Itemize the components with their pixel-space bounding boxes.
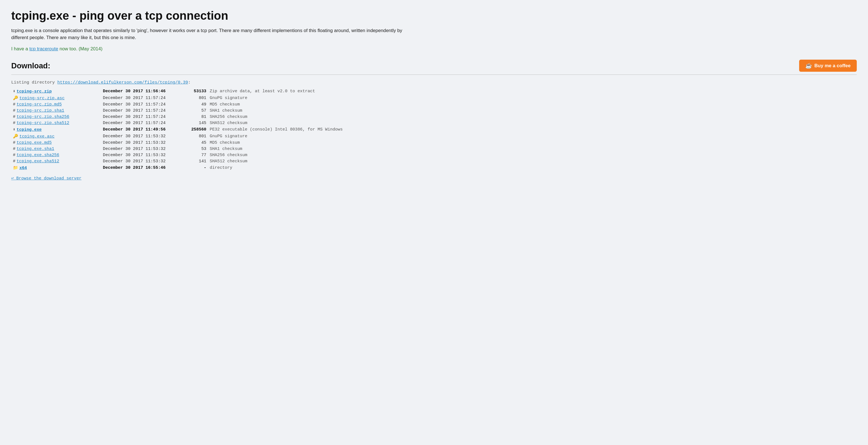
file-date-cell: December 30 2017 11:49:56	[101, 126, 180, 133]
file-name-cell: 📁x64	[11, 164, 101, 171]
download-header: Download: ☕ Buy me a coffee	[11, 60, 857, 75]
file-desc-cell: Zip archive data, at least v2.0 to extra…	[208, 88, 857, 94]
browse-server-label: Browse the download server	[16, 176, 82, 181]
file-date-cell: December 30 2017 11:57:24	[101, 94, 180, 101]
coffee-btn-label: Buy me a coffee	[814, 63, 850, 69]
file-size-cell: 45	[180, 140, 208, 146]
file-name-cell: 🔑tcping.exe.asc	[11, 133, 101, 140]
file-name-cell: #tcping.exe.sha512	[11, 158, 101, 164]
file-name-cell: #tcping-src.zip.sha256	[11, 114, 101, 120]
hash-icon: #	[13, 121, 16, 125]
listing-dir-suffix: :	[188, 80, 191, 85]
file-size-cell: 801	[180, 94, 208, 101]
traceroute-line: I have a tcp traceroute now too. (May 20…	[11, 46, 857, 52]
table-row: 🔑tcping-src.zip.asc December 30 2017 11:…	[11, 94, 857, 101]
file-listing-table: ⬇tcping-src.zip December 30 2017 11:56:4…	[11, 88, 857, 171]
file-date-cell: December 30 2017 11:57:24	[101, 101, 180, 108]
file-link[interactable]: tcping.exe.sha256	[17, 153, 59, 157]
file-link[interactable]: tcping-src.zip	[17, 89, 52, 94]
file-link[interactable]: x64	[20, 166, 27, 170]
file-date-cell: December 30 2017 11:53:32	[101, 158, 180, 164]
file-size-cell: 49	[180, 101, 208, 108]
file-desc-cell: MD5 checksum	[208, 101, 857, 108]
table-row: #tcping-src.zip.sha1 December 30 2017 11…	[11, 108, 857, 114]
file-size-cell: 53133	[180, 88, 208, 94]
traceroute-text-before: I have a	[11, 46, 29, 52]
file-name-cell: ⬇tcping-src.zip	[11, 88, 101, 94]
file-link[interactable]: tcping-src.zip.asc	[20, 96, 65, 100]
file-desc-cell: MD5 checksum	[208, 140, 857, 146]
file-name-cell: #tcping.exe.md5	[11, 140, 101, 146]
table-row: #tcping-src.zip.sha256 December 30 2017 …	[11, 114, 857, 120]
file-date-cell: December 30 2017 11:57:24	[101, 114, 180, 120]
hash-icon: #	[13, 140, 16, 145]
back-arrow-icon: ↩	[11, 176, 14, 181]
table-row: 🔑tcping.exe.asc December 30 2017 11:53:3…	[11, 133, 857, 140]
table-row: #tcping-src.zip.sha512 December 30 2017 …	[11, 120, 857, 126]
table-row: #tcping-src.zip.md5 December 30 2017 11:…	[11, 101, 857, 108]
file-name-cell: #tcping.exe.sha1	[11, 146, 101, 152]
file-desc-cell: SHA1 checksum	[208, 146, 857, 152]
folder-icon: 📁	[13, 166, 18, 170]
listing-dir-url[interactable]: https://download.elifulkerson.com/files/…	[57, 80, 188, 85]
table-row: #tcping.exe.sha1 December 30 2017 11:53:…	[11, 146, 857, 152]
file-name-cell: 🔑tcping-src.zip.asc	[11, 94, 101, 101]
file-desc-cell: GnuPG signature	[208, 133, 857, 140]
file-name-cell: #tcping.exe.sha256	[11, 152, 101, 158]
file-date-cell: December 30 2017 11:57:24	[101, 120, 180, 126]
buy-me-coffee-button[interactable]: ☕ Buy me a coffee	[799, 60, 857, 72]
traceroute-link[interactable]: tcp traceroute	[29, 46, 58, 52]
file-desc-cell: SHA512 checksum	[208, 120, 857, 126]
file-date-cell: December 30 2017 16:55:46	[101, 164, 180, 171]
file-desc-cell: SHA256 checksum	[208, 152, 857, 158]
file-date-cell: December 30 2017 11:53:32	[101, 152, 180, 158]
file-name-cell: #tcping-src.zip.md5	[11, 101, 101, 108]
listing-dir-prefix: Listing directory	[11, 80, 57, 85]
file-size-cell: 258560	[180, 126, 208, 133]
file-link[interactable]: tcping-src.zip.sha512	[17, 121, 69, 125]
table-row: #tcping.exe.sha256 December 30 2017 11:5…	[11, 152, 857, 158]
file-name-cell: #tcping-src.zip.sha512	[11, 120, 101, 126]
hash-icon: #	[13, 102, 16, 107]
file-name-cell: ⬇tcping.exe	[11, 126, 101, 133]
download-section-title: Download:	[11, 61, 50, 70]
file-date-cell: December 30 2017 11:56:46	[101, 88, 180, 94]
page-title: tcping.exe - ping over a tcp connection	[11, 9, 857, 23]
file-link[interactable]: tcping.exe.md5	[17, 140, 52, 145]
key-icon: 🔑	[13, 134, 18, 139]
file-size-cell: 57	[180, 108, 208, 114]
page-description: tcping.exe is a console application that…	[11, 27, 405, 41]
download-icon: ⬇	[13, 89, 16, 94]
file-link[interactable]: tcping.exe.sha1	[17, 147, 54, 151]
table-row: ⬇tcping-src.zip December 30 2017 11:56:4…	[11, 88, 857, 94]
download-icon: ⬇	[13, 127, 16, 132]
file-date-cell: December 30 2017 11:53:32	[101, 133, 180, 140]
key-icon: 🔑	[13, 96, 18, 100]
file-link[interactable]: tcping-src.zip.sha1	[17, 108, 64, 113]
file-size-cell: -	[180, 164, 208, 171]
file-name-cell: #tcping-src.zip.sha1	[11, 108, 101, 114]
file-desc-cell: PE32 executable (console) Intel 80386, f…	[208, 126, 857, 133]
hash-icon: #	[13, 159, 16, 164]
browse-server-link[interactable]: ↩ Browse the download server	[11, 176, 82, 181]
file-link[interactable]: tcping-src.zip.md5	[17, 102, 62, 107]
coffee-icon: ☕	[805, 62, 812, 69]
file-link[interactable]: tcping.exe.sha512	[17, 159, 59, 164]
file-size-cell: 53	[180, 146, 208, 152]
file-size-cell: 145	[180, 120, 208, 126]
hash-icon: #	[13, 108, 16, 113]
file-date-cell: December 30 2017 11:53:32	[101, 146, 180, 152]
file-link[interactable]: tcping.exe	[17, 127, 41, 132]
file-desc-cell: SHA512 checksum	[208, 158, 857, 164]
file-desc-cell: GnuPG signature	[208, 94, 857, 101]
file-date-cell: December 30 2017 11:57:24	[101, 108, 180, 114]
hash-icon: #	[13, 115, 16, 119]
file-link[interactable]: tcping.exe.asc	[20, 134, 55, 139]
file-size-cell: 77	[180, 152, 208, 158]
file-size-cell: 141	[180, 158, 208, 164]
file-desc-cell: directory	[208, 164, 857, 171]
table-row: 📁x64 December 30 2017 16:55:46 - directo…	[11, 164, 857, 171]
hash-icon: #	[13, 153, 16, 157]
hash-icon: #	[13, 147, 16, 151]
file-link[interactable]: tcping-src.zip.sha256	[17, 115, 69, 119]
